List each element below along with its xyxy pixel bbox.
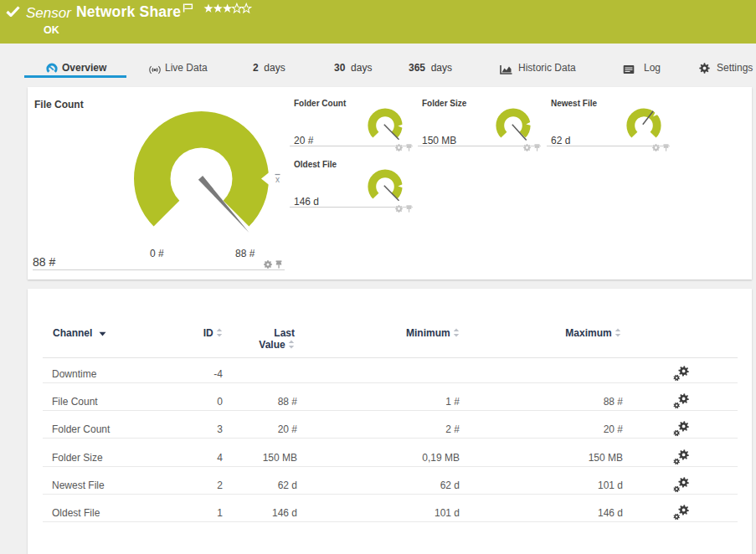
svg-text:x: x [275, 175, 280, 183]
